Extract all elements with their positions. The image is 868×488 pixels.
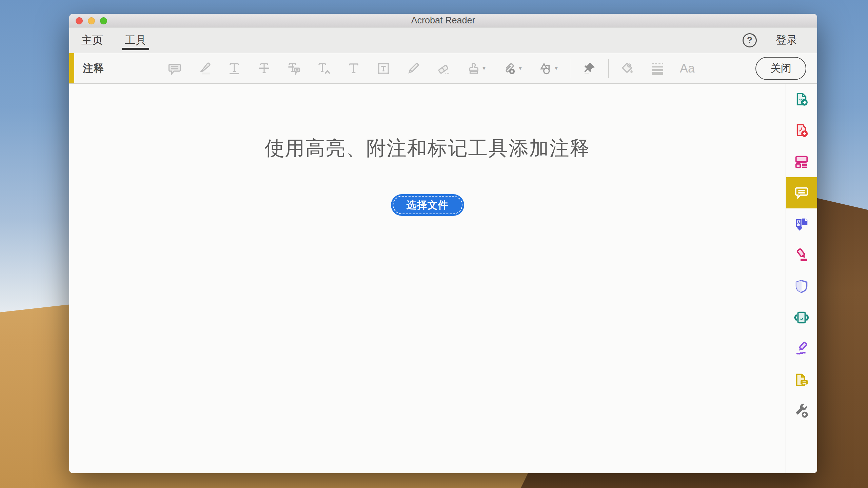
tab-tools[interactable]: 工具 — [125, 27, 146, 53]
pushpin-icon — [582, 61, 596, 76]
minimize-window-button[interactable] — [88, 17, 95, 24]
underline-text-button[interactable] — [219, 57, 249, 80]
attach-file-button[interactable]: ▾ — [494, 57, 530, 80]
attach-dropdown-caret: ▾ — [519, 65, 522, 72]
sidebar-item-send-for-comments[interactable] — [786, 364, 817, 395]
line-thickness-icon — [650, 61, 665, 76]
toolbar-separator — [570, 59, 570, 78]
main-content: 使用高亮、附注和标记工具添加注释 选择文件 — [69, 84, 786, 473]
comment-toolbar: 注释 — [69, 53, 817, 84]
tools-sidebar — [786, 84, 817, 473]
traffic-lights — [76, 17, 107, 24]
line-thickness-button[interactable] — [643, 57, 672, 80]
sidebar-item-comment[interactable] — [786, 177, 817, 208]
keep-tool-selected-pin-button[interactable] — [574, 57, 604, 80]
text-style-label: Aa — [680, 61, 695, 76]
signin-button[interactable]: 登录 — [776, 33, 797, 48]
desktop-background: Acrobat Reader 主页 工具 ? 登录 注释 — [0, 0, 868, 488]
text-box-icon — [376, 61, 391, 76]
fill-sign-icon — [794, 341, 809, 357]
sidebar-item-fill-and-sign[interactable] — [786, 333, 817, 364]
sidebar-item-compress-pdf[interactable] — [786, 302, 817, 333]
insert-text-button[interactable] — [309, 57, 339, 80]
zoom-window-button[interactable] — [100, 17, 107, 24]
compress-pdf-icon — [794, 310, 809, 325]
fill-color-button[interactable] — [613, 57, 643, 80]
create-pdf-icon — [794, 123, 809, 138]
highlight-text-button[interactable] — [190, 57, 219, 80]
active-tab-underline — [122, 48, 149, 50]
toolbar-accent-bar — [69, 53, 74, 83]
sidebar-item-edit-pdf[interactable] — [786, 146, 817, 177]
sidebar-item-protect[interactable] — [786, 271, 817, 302]
toolbar-label: 注释 — [83, 61, 104, 76]
shapes-dropdown-caret: ▾ — [555, 65, 558, 72]
tab-home[interactable]: 主页 — [81, 27, 103, 53]
insert-text-icon — [317, 61, 331, 76]
text-box-button[interactable] — [369, 57, 398, 80]
stamp-icon — [467, 61, 481, 76]
draw-pencil-button[interactable] — [398, 57, 428, 80]
select-file-button[interactable]: 选择文件 — [391, 194, 464, 216]
paperclip-plus-icon — [502, 61, 517, 76]
sidebar-item-combine-files[interactable] — [786, 208, 817, 240]
sidebar-item-redact[interactable] — [786, 240, 817, 271]
close-window-button[interactable] — [76, 17, 83, 24]
window-title: Acrobat Reader — [411, 15, 475, 26]
replace-text-icon — [287, 61, 301, 76]
stamp-button[interactable]: ▾ — [458, 57, 494, 80]
replace-text-button[interactable] — [279, 57, 309, 80]
sticky-note-icon — [167, 61, 182, 76]
draw-shapes-button[interactable]: ▾ — [530, 57, 566, 80]
highlighter-icon — [197, 61, 212, 76]
shield-icon — [794, 279, 809, 294]
toolbar-separator — [608, 59, 609, 78]
add-text-button[interactable] — [339, 57, 369, 80]
pencil-icon — [406, 61, 420, 76]
sidebar-item-more-tools[interactable] — [786, 395, 817, 427]
stamp-dropdown-caret: ▾ — [482, 65, 486, 72]
strikethrough-text-icon — [257, 61, 271, 76]
tab-bar: 主页 工具 ? 登录 — [69, 27, 817, 53]
acrobat-reader-window: Acrobat Reader 主页 工具 ? 登录 注释 — [69, 14, 817, 473]
edit-pdf-icon — [794, 154, 809, 169]
combine-files-icon — [794, 216, 809, 232]
more-tools-wrench-icon — [794, 403, 809, 419]
sidebar-item-create-pdf[interactable] — [786, 115, 817, 146]
text-style-button[interactable]: Aa — [672, 57, 702, 80]
help-icon[interactable]: ? — [743, 33, 757, 47]
shapes-icon — [538, 61, 553, 76]
add-text-icon — [347, 61, 361, 76]
comment-icon — [794, 185, 809, 201]
eraser-button[interactable] — [428, 57, 458, 80]
page-title: 使用高亮、附注和标记工具添加注释 — [265, 135, 590, 162]
paint-bucket-icon — [620, 61, 635, 76]
sidebar-item-export-pdf[interactable] — [786, 84, 817, 115]
send-for-comments-icon — [794, 372, 809, 388]
eraser-icon — [436, 61, 450, 76]
toolbar-tools: ▾ ▾ ▾ — [160, 57, 702, 80]
strikethrough-text-button[interactable] — [249, 57, 279, 80]
underline-text-icon — [227, 61, 241, 76]
titlebar: Acrobat Reader — [69, 14, 817, 27]
redact-marker-icon — [794, 247, 809, 263]
export-pdf-icon — [794, 92, 809, 107]
close-tool-button[interactable]: 关闭 — [755, 57, 806, 80]
sticky-note-button[interactable] — [160, 57, 190, 80]
